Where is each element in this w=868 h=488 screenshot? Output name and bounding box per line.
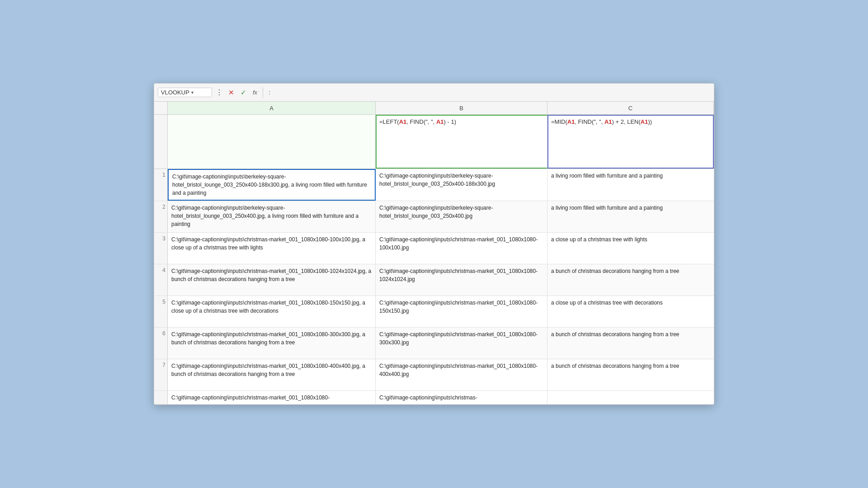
formula-cells-row: =LEFT(A1, FIND(", ", A1) - 1) =MID(A1, F… — [154, 115, 714, 169]
table-row: 5 C:\git\image-captioning\inputs\christm… — [154, 296, 714, 328]
cell-a3[interactable]: C:\git\image-captioning\inputs\christmas… — [168, 233, 376, 264]
cell-b1[interactable]: C:\git\image-captioning\inputs\berkeley-… — [376, 169, 547, 201]
cell-b4[interactable]: C:\git\image-captioning\inputs\christmas… — [376, 264, 547, 296]
cell-c5[interactable]: a close up of a christmas tree with deco… — [547, 296, 714, 327]
cancel-button[interactable]: ✕ — [226, 88, 236, 98]
row-num-spacer — [154, 115, 168, 169]
table-row: 3 C:\git\image-captioning\inputs\christm… — [154, 233, 714, 264]
formula-b-text: =LEFT(A1, FIND(", ", A1) - 1) — [379, 118, 456, 125]
cell-c6[interactable]: a bunch of christmas decorations hanging… — [547, 328, 714, 359]
row-number: 7 — [154, 359, 168, 390]
row-number: 1 — [154, 169, 168, 201]
cell-c3[interactable]: a close up of a christmas tree with ligh… — [547, 233, 714, 264]
table-row: 2 C:\git\image-captioning\inputs\berkele… — [154, 201, 714, 233]
data-area: 1 C:\git\image-captioning\inputs\berkele… — [154, 169, 714, 404]
row-number — [154, 391, 168, 404]
spreadsheet-window: VLOOKUP ▾ ⋮ ✕ ✓ fx A B C =LEFT(A1, FIND(… — [154, 83, 714, 405]
cell-b-partial[interactable]: C:\git\image-captioning\inputs\christmas… — [376, 391, 547, 404]
table-row-partial: C:\git\image-captioning\inputs\christmas… — [154, 391, 714, 404]
name-box-chevron[interactable]: ▾ — [191, 90, 193, 95]
column-headers: A B C — [154, 102, 714, 115]
col-header-c[interactable]: C — [547, 102, 714, 114]
name-box[interactable]: VLOOKUP ▾ — [158, 88, 212, 97]
cell-a6[interactable]: C:\git\image-captioning\inputs\christmas… — [168, 328, 376, 359]
cell-a4[interactable]: C:\git\image-captioning\inputs\christmas… — [168, 264, 376, 296]
row-number: 6 — [154, 328, 168, 359]
cell-c2[interactable]: a living room filled with furniture and … — [547, 201, 714, 232]
name-box-text: VLOOKUP — [161, 89, 189, 96]
formula-input[interactable] — [267, 89, 710, 96]
col-header-a[interactable]: A — [168, 102, 376, 114]
row-number: 2 — [154, 201, 168, 232]
formula-cell-c[interactable]: =MID(A1, FIND(", ", A1) + 2, LEN(A1)) — [547, 115, 714, 169]
cell-c1[interactable]: a living room filled with furniture and … — [547, 169, 714, 201]
row-number: 3 — [154, 233, 168, 264]
row-number: 4 — [154, 264, 168, 296]
table-row: 6 C:\git\image-captioning\inputs\christm… — [154, 328, 714, 359]
col-header-b[interactable]: B — [376, 102, 547, 114]
cell-c7[interactable]: a bunch of christmas decorations hanging… — [547, 359, 714, 390]
table-row: 4 C:\git\image-captioning\inputs\christm… — [154, 264, 714, 296]
cell-c4[interactable]: a bunch of christmas decorations hanging… — [547, 264, 714, 296]
cell-b7[interactable]: C:\git\image-captioning\inputs\christmas… — [376, 359, 547, 390]
cell-b2[interactable]: C:\git\image-captioning\inputs\berkeley-… — [376, 201, 547, 232]
cell-b6[interactable]: C:\git\image-captioning\inputs\christmas… — [376, 328, 547, 359]
formula-c-text: =MID(A1, FIND(", ", A1) + 2, LEN(A1)) — [551, 118, 652, 125]
toolbar-more-icon[interactable]: ⋮ — [215, 88, 224, 97]
cell-a-partial[interactable]: C:\git\image-captioning\inputs\christmas… — [168, 391, 376, 404]
cell-c-partial[interactable] — [547, 391, 714, 404]
fx-button[interactable]: fx — [251, 89, 259, 96]
table-row: 1 C:\git\image-captioning\inputs\berkele… — [154, 169, 714, 201]
confirm-button[interactable]: ✓ — [239, 88, 248, 98]
formula-bar: VLOOKUP ▾ ⋮ ✕ ✓ fx — [154, 84, 714, 102]
row-num-header — [154, 102, 168, 114]
formula-cell-b[interactable]: =LEFT(A1, FIND(", ", A1) - 1) — [376, 115, 547, 169]
cell-a2[interactable]: C:\git\image-captioning\inputs\berkeley-… — [168, 201, 376, 232]
formula-cell-a[interactable] — [168, 115, 376, 169]
cell-a1[interactable]: C:\git\image-captioning\inputs\berkeley-… — [168, 169, 376, 201]
table-row: 7 C:\git\image-captioning\inputs\christm… — [154, 359, 714, 391]
formula-divider — [263, 87, 263, 98]
cell-b3[interactable]: C:\git\image-captioning\inputs\christmas… — [376, 233, 547, 264]
cell-b5[interactable]: C:\git\image-captioning\inputs\christmas… — [376, 296, 547, 327]
row-number: 5 — [154, 296, 168, 327]
cell-a7[interactable]: C:\git\image-captioning\inputs\christmas… — [168, 359, 376, 390]
cell-a5[interactable]: C:\git\image-captioning\inputs\christmas… — [168, 296, 376, 327]
